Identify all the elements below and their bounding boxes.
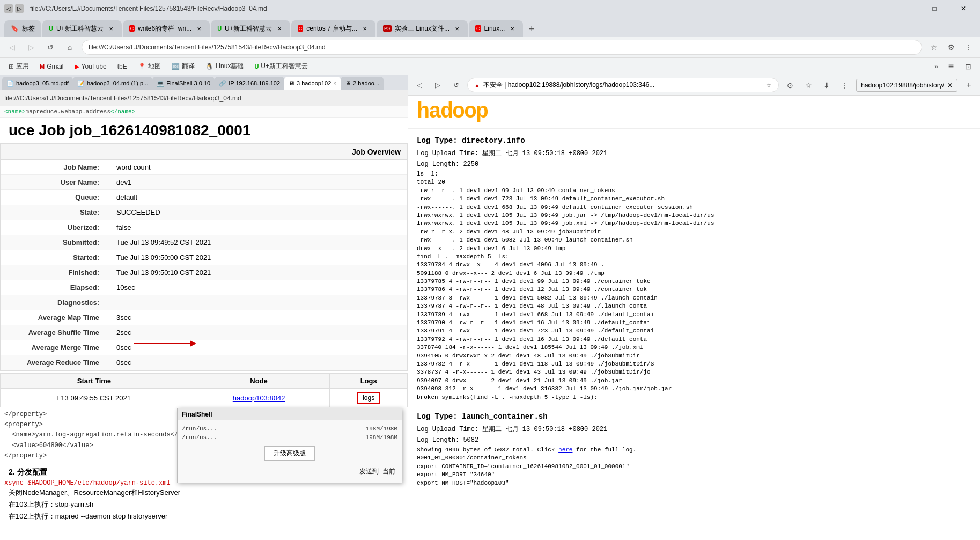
job-table: Job Name:word countUser Name:dev1Queue:d…: [1, 160, 407, 370]
right-translate-icon[interactable]: ⊙: [783, 78, 797, 92]
left-tab-ip[interactable]: 🔗 IP 192.168.189.102: [215, 77, 284, 90]
minimize-btn[interactable]: —: [893, 0, 918, 17]
job-field-value: SUCCEEDED: [108, 205, 407, 220]
bookmark-gmail[interactable]: M Gmail: [35, 60, 68, 73]
tab-favicon2: U: [217, 25, 222, 32]
logs-button[interactable]: logs: [357, 392, 380, 404]
back-btn[interactable]: ◁: [4, 40, 19, 55]
main-content: 📄 hadoop3_05.md.pdf 📝 hadoop3_04.md (1).…: [0, 75, 980, 540]
bookmark-apps[interactable]: ⊞ 应用: [4, 60, 33, 73]
left-tab-hadoop102[interactable]: 🖥 3 hadoop102 ×: [284, 77, 341, 90]
job-field-row: Average Shuffle Time2sec: [1, 325, 407, 340]
tab-favicon: U: [49, 25, 53, 32]
extensions-icon[interactable]: ⚙: [944, 40, 959, 55]
tab-write6[interactable]: C write6的专栏_wri... ✕: [123, 20, 210, 37]
sidebar-toggle-icon[interactable]: ≡: [944, 59, 959, 74]
tab-lab3[interactable]: PS 实验三 Linux文件... ✕: [377, 20, 468, 37]
more-bookmarks-icon[interactable]: »: [931, 63, 941, 70]
right-back-btn[interactable]: ◁: [412, 78, 426, 92]
job-field-label: Diagnostics:: [1, 295, 108, 310]
bookmark-star-icon[interactable]: ☆: [926, 40, 941, 55]
md-icon: 📝: [77, 80, 85, 87]
right-fwd-btn[interactable]: ▷: [431, 78, 445, 92]
nav-fwd-btn[interactable]: ▷: [15, 4, 24, 13]
tab-label: write6的专栏_wri...: [138, 24, 191, 33]
find-cmd: find -L . -maxdepth 5 -ls:: [417, 253, 971, 261]
nav-back-btn[interactable]: ◁: [4, 4, 13, 13]
ls-cmd: ls -l:: [417, 170, 971, 178]
forward-btn[interactable]: ▷: [24, 40, 39, 55]
log-total: total 20: [417, 178, 971, 186]
job-field-row: Elapsed:10sec: [1, 280, 407, 295]
export-lines: export CONTAINER_ID="container_162614098…: [417, 463, 971, 487]
job-field-label: Started:: [1, 250, 108, 265]
fs-path-2: /run/us...: [182, 434, 217, 441]
file-entry: lrwxrwxrwx. 1 dev1 dev1 105 Jul 13 09:49…: [417, 220, 971, 228]
right-more-icon[interactable]: ⋮: [838, 78, 852, 92]
tab-close-btn6[interactable]: ✕: [508, 24, 517, 33]
bookmark-linux[interactable]: 🐧 Linux基础: [201, 60, 248, 73]
bc-name-open: <name>: [4, 108, 26, 115]
bookmark-maps[interactable]: 📍 地图: [134, 60, 165, 73]
tab-strip-indicator[interactable]: hadoop102:19888/jobhistory/ ✕: [856, 79, 957, 92]
tab-strip-close[interactable]: ✕: [947, 82, 953, 89]
ip-icon: 🔗: [219, 80, 226, 87]
reload-btn[interactable]: ↺: [43, 40, 58, 55]
tab-close-btn[interactable]: ✕: [107, 24, 115, 33]
job-field-label: Finished:: [1, 265, 108, 280]
more-options-icon[interactable]: ⋮: [961, 40, 976, 55]
find-entry: 13379789 4 -rwx------ 1 dev1 dev1 668 Ju…: [417, 311, 971, 319]
close-btn[interactable]: ✕: [951, 0, 976, 17]
tab-uxin2[interactable]: U U+新工科智慧云 ✕: [211, 20, 290, 37]
tab-close-btn4[interactable]: ✕: [360, 24, 369, 33]
add-tab-icon[interactable]: +: [962, 78, 976, 92]
find-entry: 13379784 4 drwx--x--- 4 dev1 dev1 4096 J…: [417, 261, 971, 269]
new-tab-btn[interactable]: +: [524, 21, 539, 37]
right-download-icon[interactable]: ⬇: [820, 78, 834, 92]
find-entry: 13379787 4 -rw-r--r-- 1 dev1 dev1 48 Jul…: [417, 302, 971, 310]
tab-uxin1[interactable]: U U+新工科智慧云 ✕: [42, 20, 122, 37]
bookmark-youtube[interactable]: ▶ YouTube: [70, 60, 111, 73]
bookmark-translate[interactable]: 🔤 翻译: [167, 60, 199, 73]
log-type-2: Log Type: launch_container.sh: [417, 411, 971, 422]
fs-size-1: 198M/198M: [366, 426, 397, 432]
bc-name-close: </name>: [110, 108, 135, 115]
file-path: file:///C:/Users/LJ/Documents/Tencent Fi…: [4, 94, 241, 102]
attempt-start-time: l 13 09:49:55 CST 2021: [1, 389, 188, 407]
left-tab-finalshell[interactable]: 💻 FinalShell 3.0.10: [152, 77, 215, 90]
job-field-label: User Name:: [1, 175, 108, 190]
bookmark-label: Gmail: [47, 63, 63, 70]
tab-strip-label: hadoop102:19888/jobhistory/: [861, 82, 944, 89]
tab-favicon4: PS: [383, 25, 392, 32]
browser-tab-bar: 🔖 标签 U U+新工科智慧云 ✕ C write6的专栏_wri... ✕ U…: [0, 17, 980, 37]
tab-linux[interactable]: C Linux... ✕: [469, 20, 523, 37]
log-content[interactable]: Log Type: directory.info Log Upload Time…: [408, 129, 980, 540]
tab-close-btn2[interactable]: ✕: [195, 24, 203, 33]
left-tab-md[interactable]: 📝 hadoop3_04.md (1).p...: [73, 77, 152, 90]
star-icon[interactable]: ☆: [766, 82, 772, 89]
maximize-btn[interactable]: □: [922, 0, 947, 17]
here-link[interactable]: here: [558, 447, 572, 453]
find-entry: 13379787 8 -rwx------ 1 dev1 dev1 5082 J…: [417, 294, 971, 302]
find-entry: 13379786 4 -rw-r--r-- 1 dev1 dev1 12 Jul…: [417, 286, 971, 294]
send-btn[interactable]: 发送到 当前: [182, 465, 397, 478]
tab-bookmarks[interactable]: 🔖 标签: [4, 20, 41, 37]
left-tab-label5: 3 hadoop102: [297, 80, 331, 86]
tab-close-btn3[interactable]: ✕: [275, 24, 284, 33]
tab-centos[interactable]: C centos 7 启动与... ✕: [291, 20, 375, 37]
tab-close-btn5[interactable]: ✕: [453, 24, 461, 33]
url-input[interactable]: [82, 40, 922, 55]
right-reload-btn[interactable]: ↺: [449, 78, 463, 92]
right-bookmark-icon[interactable]: ☆: [801, 78, 815, 92]
bookmark-uxin[interactable]: U U+新工科智慧云: [250, 60, 312, 73]
left-tab-hadoop2[interactable]: 🖥 2 hadoo...: [341, 77, 384, 90]
upgrade-btn[interactable]: 升级高级版: [264, 446, 315, 461]
hadoop-logo: hadoop: [417, 100, 488, 124]
bookmark-tbe[interactable]: tbE: [113, 60, 131, 73]
right-url-display[interactable]: ▲ 不安全 | hadoop102:19888/jobhistory/logs/…: [467, 78, 779, 92]
left-tab-pdf[interactable]: 📄 hadoop3_05.md.pdf: [2, 77, 73, 90]
node-link[interactable]: hadoop103:8042: [233, 394, 285, 402]
home-btn[interactable]: ⌂: [62, 40, 77, 55]
job-field-value: Tue Jul 13 09:50:10 CST 2021: [108, 265, 407, 280]
open-tab-icon[interactable]: ⊡: [961, 59, 976, 74]
